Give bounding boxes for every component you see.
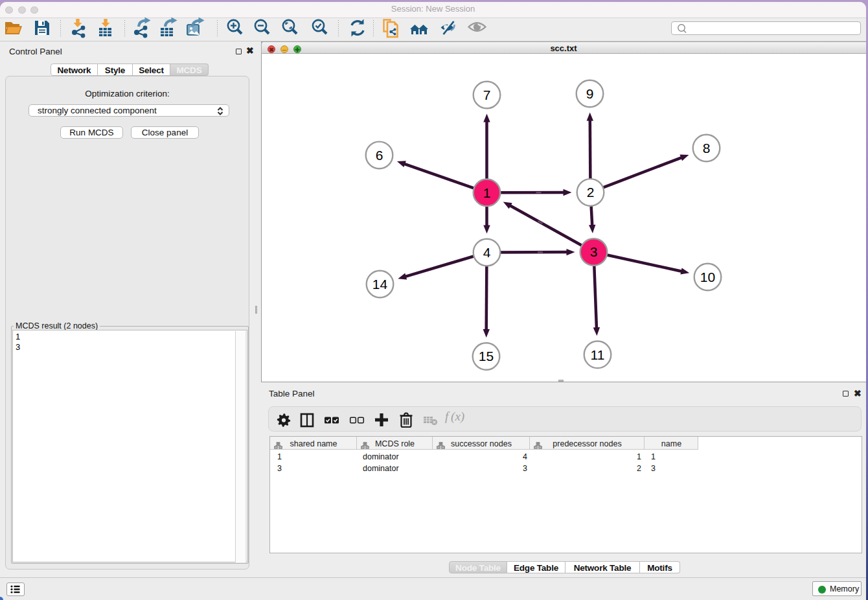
- svg-text:14: 14: [372, 277, 388, 292]
- svg-text:3: 3: [590, 244, 598, 259]
- svg-text:7: 7: [483, 87, 491, 102]
- svg-text:1: 1: [483, 185, 491, 200]
- svg-text:2: 2: [587, 185, 595, 200]
- svg-text:9: 9: [586, 86, 594, 101]
- svg-text:8: 8: [703, 141, 711, 156]
- svg-text:4: 4: [483, 245, 491, 260]
- svg-text:6: 6: [376, 148, 383, 163]
- svg-text:15: 15: [479, 349, 494, 363]
- svg-text:10: 10: [700, 270, 715, 284]
- svg-text:11: 11: [591, 347, 605, 362]
